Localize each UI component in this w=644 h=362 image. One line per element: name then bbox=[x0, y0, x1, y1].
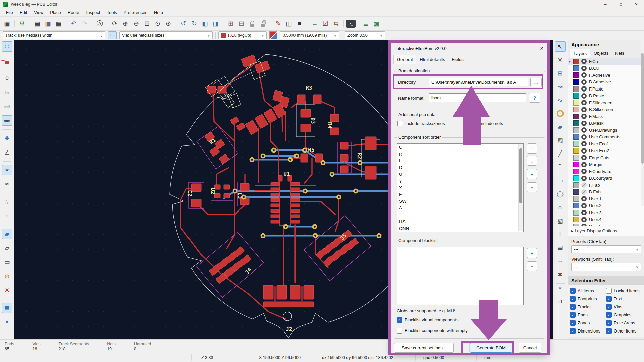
layer-color-swatch[interactable] bbox=[573, 189, 579, 195]
layer-row[interactable]: B.Cu bbox=[568, 65, 644, 72]
selection-filter-checkbox[interactable]: Rule Areas bbox=[606, 320, 642, 326]
checkbox-icon[interactable] bbox=[606, 296, 612, 302]
layer-row[interactable]: F.Paste bbox=[568, 85, 644, 93]
layer-color-swatch[interactable] bbox=[573, 148, 579, 154]
layer-visibility-eye-icon[interactable] bbox=[581, 210, 587, 215]
lock-icon[interactable] bbox=[247, 19, 257, 29]
layer-visibility-eye-icon[interactable] bbox=[581, 217, 587, 222]
layer-color-swatch[interactable] bbox=[573, 127, 579, 133]
presets-dropdown[interactable]: --- ∨ bbox=[571, 245, 641, 253]
layer-color-swatch[interactable] bbox=[573, 134, 579, 140]
layer-color-swatch[interactable] bbox=[573, 59, 579, 64]
layer-color-swatch[interactable] bbox=[573, 217, 579, 222]
minimize-button[interactable]: – bbox=[598, 0, 613, 9]
refresh-icon[interactable]: ⟳ bbox=[110, 19, 120, 29]
selection-filter-checkbox[interactable]: Zones bbox=[570, 320, 606, 326]
layer-color-swatch[interactable] bbox=[573, 196, 579, 202]
layers-blend-icon[interactable]: ≣ bbox=[2, 303, 12, 313]
add-via-icon[interactable] bbox=[555, 108, 566, 119]
layer-row[interactable]: User.2 bbox=[568, 202, 644, 209]
menu-item[interactable]: Edit bbox=[16, 9, 31, 16]
layer-color-swatch[interactable] bbox=[573, 72, 579, 78]
ungroup-icon[interactable]: ⊟ bbox=[236, 19, 247, 29]
layer-row[interactable]: User.Comments bbox=[568, 134, 644, 141]
swap-layer-pair-button[interactable] bbox=[269, 31, 277, 39]
selection-filter-checkbox[interactable]: Pads bbox=[570, 312, 606, 318]
active-layer-dropdown[interactable]: F.Cu (PgUp) ∨ bbox=[218, 31, 267, 39]
layer-visibility-eye-icon[interactable] bbox=[581, 100, 587, 105]
checkbox-icon[interactable] bbox=[606, 312, 612, 318]
layer-color-swatch[interactable] bbox=[573, 162, 579, 167]
drc-icon[interactable]: ☑ bbox=[320, 19, 330, 29]
undo-icon[interactable]: ↶ bbox=[69, 19, 79, 29]
checkbox-icon[interactable] bbox=[570, 288, 576, 294]
draw-circle-icon[interactable]: ◯ bbox=[555, 189, 566, 199]
draw-arc-icon[interactable]: ⌒ bbox=[555, 162, 566, 172]
selection-filter-checkbox[interactable]: Locked items bbox=[606, 288, 642, 294]
layer-color-swatch[interactable] bbox=[573, 155, 579, 161]
layer-row[interactable]: F.Adhesive bbox=[568, 72, 644, 79]
layer-color-swatch[interactable] bbox=[573, 175, 579, 181]
selection-filter-checkbox[interactable]: All items bbox=[570, 288, 606, 294]
add-textbox-icon[interactable]: ▤ bbox=[555, 242, 566, 253]
layer-color-swatch[interactable] bbox=[573, 79, 579, 85]
zoom-out-icon[interactable]: ⊖ bbox=[131, 19, 141, 29]
selection-filter-checkbox[interactable]: Dimensions bbox=[570, 328, 606, 334]
layer-row[interactable]: User.Eco1 bbox=[568, 140, 644, 147]
layer-visibility-eye-icon[interactable] bbox=[581, 72, 587, 78]
draw-rectangle-icon[interactable]: ▭ bbox=[555, 175, 566, 186]
layer-row[interactable]: B.Fab bbox=[568, 189, 644, 196]
layer-row[interactable]: User.1 bbox=[568, 195, 644, 202]
layer-row[interactable]: B.Paste bbox=[568, 93, 644, 100]
layer-row[interactable]: B.Adhesive bbox=[568, 79, 644, 86]
layer-row[interactable]: User.3 bbox=[568, 209, 644, 216]
zones-outline-icon[interactable]: ▱ bbox=[2, 243, 12, 253]
rule-area-icon[interactable]: ▨ bbox=[555, 135, 566, 145]
measure-icon[interactable]: ⊿ bbox=[555, 296, 566, 306]
units-mm-icon[interactable]: mm bbox=[2, 115, 12, 126]
checkbox-icon[interactable] bbox=[570, 312, 576, 318]
save-icon[interactable]: ▣ bbox=[2, 19, 12, 29]
track-width-dropdown[interactable]: Track: use netclass width ∨ bbox=[3, 31, 105, 39]
flip-horizontal-icon[interactable]: ◧ bbox=[200, 19, 210, 29]
checkbox-icon[interactable] bbox=[606, 304, 612, 310]
layer-row[interactable]: B.Silkscreen bbox=[568, 106, 644, 113]
layer-visibility-eye-icon[interactable] bbox=[581, 79, 587, 85]
add-image-icon[interactable]: ▧ bbox=[555, 216, 566, 226]
layer-row[interactable]: F.Courtyard bbox=[568, 168, 644, 175]
checkbox-icon[interactable] bbox=[570, 304, 576, 310]
layer-visibility-eye-icon[interactable] bbox=[581, 162, 587, 167]
layer-color-swatch[interactable] bbox=[573, 203, 579, 208]
layer-row[interactable]: F.Mask bbox=[568, 113, 644, 120]
select-tool-icon[interactable]: ↖ bbox=[555, 41, 566, 52]
checkbox-icon[interactable] bbox=[606, 320, 612, 326]
plot-icon[interactable]: ▦ bbox=[54, 19, 64, 29]
pads-sketch-icon[interactable]: ▭ bbox=[2, 257, 12, 267]
layer-visibility-eye-icon[interactable] bbox=[581, 176, 587, 181]
add-zone-icon[interactable]: ▰ bbox=[555, 122, 566, 132]
layer-color-swatch[interactable] bbox=[573, 100, 579, 106]
tracks-sketch-icon[interactable]: ✕ bbox=[2, 285, 12, 295]
via-size-dropdown[interactable]: Via: use netclass sizes ∨ bbox=[119, 31, 213, 39]
ratsnest-curved-icon[interactable]: ≈ bbox=[2, 179, 12, 189]
layer-row[interactable]: User.Drawings bbox=[568, 127, 644, 134]
layer-visibility-eye-icon[interactable] bbox=[581, 66, 587, 71]
rotate-cw-icon[interactable]: ↻ bbox=[189, 19, 199, 29]
checkbox-icon[interactable] bbox=[570, 328, 576, 334]
selection-filter-checkbox[interactable]: Graphics bbox=[606, 312, 642, 318]
layer-visibility-eye-icon[interactable] bbox=[581, 141, 587, 146]
layer-color-swatch[interactable] bbox=[573, 120, 579, 126]
menu-item[interactable]: File bbox=[3, 9, 16, 16]
delete-tool-icon[interactable]: ✖ bbox=[555, 269, 566, 280]
schematic-editor-icon[interactable]: ≣ bbox=[361, 19, 371, 29]
unlock-icon[interactable] bbox=[258, 19, 268, 29]
layer-row[interactable]: Margin bbox=[568, 161, 644, 168]
checkbox-icon[interactable] bbox=[606, 328, 612, 334]
ratsnest-visibility-icon[interactable]: ✶ bbox=[2, 165, 12, 175]
layer-visibility-eye-icon[interactable] bbox=[581, 107, 587, 112]
layer-row[interactable]: Edge.Cuts bbox=[568, 154, 644, 161]
menu-item[interactable]: Place bbox=[47, 9, 64, 16]
free-angle-icon[interactable]: ∠ bbox=[2, 147, 12, 158]
library-browser-icon[interactable]: ◫ bbox=[284, 19, 294, 29]
vias-sketch-icon[interactable]: ⊘ bbox=[2, 271, 12, 281]
